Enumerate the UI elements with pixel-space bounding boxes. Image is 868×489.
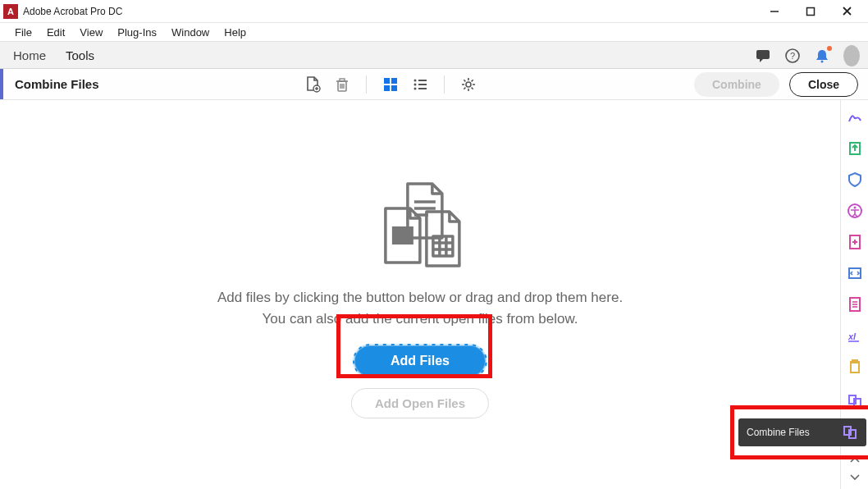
spreadsheet-icon[interactable]: xl (846, 327, 864, 345)
avatar[interactable] (843, 48, 860, 64)
notifications-icon[interactable] (814, 48, 830, 64)
files-illustration-icon (363, 179, 477, 269)
app-icon: A (3, 4, 18, 19)
svg-rect-21 (391, 85, 397, 91)
chevron-down-icon[interactable] (850, 469, 860, 484)
accessibility-icon[interactable] (846, 202, 864, 220)
combine-icon (842, 424, 858, 441)
toolbar-center-tools (304, 75, 477, 94)
window-title: Adobe Acrobat Pro DC (23, 6, 756, 17)
toolbar-right-actions: Combine Close (694, 72, 858, 97)
add-open-files-button[interactable]: Add Open Files (351, 388, 489, 418)
svg-point-28 (466, 82, 471, 87)
menu-plugins[interactable]: Plug-Ins (111, 25, 163, 40)
main-content: Add files by clicking the button below o… (0, 100, 840, 489)
combine-files-tooltip[interactable]: Combine Files (738, 418, 866, 446)
html-icon[interactable] (846, 264, 864, 282)
tooltip-label: Combine Files (747, 427, 810, 438)
svg-rect-4 (756, 50, 770, 59)
svg-rect-20 (384, 85, 390, 91)
instruction-text: Add files by clicking the button below o… (217, 287, 623, 331)
svg-point-49 (853, 207, 856, 209)
list-view-icon[interactable] (411, 75, 429, 94)
close-window-button[interactable] (829, 0, 865, 23)
nav-right-icons: ? (755, 42, 860, 70)
menubar: File Edit View Plug-Ins Window Help (0, 23, 868, 41)
sign-icon[interactable] (846, 108, 864, 126)
create-icon[interactable] (846, 233, 864, 251)
add-file-icon[interactable] (304, 75, 322, 94)
shield-icon[interactable] (846, 171, 864, 189)
add-files-button[interactable]: Add Files (353, 344, 487, 378)
export-icon[interactable] (846, 139, 864, 158)
nav-tools[interactable]: Tools (64, 43, 96, 67)
titlebar: A Adobe Acrobat Pro DC (0, 0, 868, 23)
svg-point-8 (821, 61, 824, 63)
instruction-line1: Add files by clicking the button below o… (217, 287, 623, 308)
svg-marker-5 (760, 59, 763, 62)
divider (444, 75, 445, 94)
svg-point-23 (414, 83, 417, 85)
clipboard-icon[interactable] (846, 358, 864, 376)
svg-rect-1 (807, 7, 815, 15)
svg-rect-40 (392, 226, 413, 244)
svg-line-33 (464, 80, 465, 81)
thumbnail-view-icon[interactable] (381, 75, 400, 94)
svg-rect-17 (340, 79, 345, 81)
svg-line-36 (472, 80, 473, 81)
svg-rect-19 (391, 78, 397, 84)
svg-point-22 (414, 79, 417, 81)
menu-view[interactable]: View (73, 25, 109, 40)
menu-file[interactable]: File (8, 25, 39, 40)
organize-icon[interactable] (846, 295, 864, 313)
toolbar-accent (0, 69, 3, 99)
svg-text:?: ? (790, 51, 795, 61)
divider (366, 75, 367, 94)
combine-icon[interactable] (846, 392, 864, 410)
svg-line-34 (472, 87, 473, 89)
breadcrumb: Combine Files (15, 77, 99, 91)
help-icon[interactable]: ? (784, 48, 801, 64)
gear-icon[interactable] (459, 75, 477, 94)
menu-window[interactable]: Window (165, 25, 216, 40)
trash-icon[interactable] (333, 75, 351, 94)
chevron-up-icon[interactable] (850, 451, 860, 466)
content-center: Add files by clicking the button below o… (217, 179, 623, 418)
maximize-button[interactable] (793, 0, 829, 23)
svg-line-35 (464, 87, 465, 89)
comments-icon[interactable] (755, 48, 771, 64)
close-button[interactable]: Close (789, 72, 858, 97)
svg-point-24 (414, 87, 417, 89)
combine-toolbar: Combine Files Combine Close (0, 69, 868, 100)
svg-text:xl: xl (847, 331, 857, 341)
combine-button[interactable]: Combine (694, 72, 779, 97)
menu-help[interactable]: Help (217, 25, 253, 40)
secondary-nav: Home Tools ? (0, 41, 868, 69)
svg-rect-18 (384, 78, 390, 84)
minimize-button[interactable] (756, 0, 793, 23)
instruction-line2: You can also add the current open files … (217, 308, 623, 330)
nav-home[interactable]: Home (11, 43, 48, 67)
window-controls (756, 0, 865, 23)
menu-edit[interactable]: Edit (40, 25, 71, 40)
sidebar-scroll-controls (850, 451, 860, 484)
